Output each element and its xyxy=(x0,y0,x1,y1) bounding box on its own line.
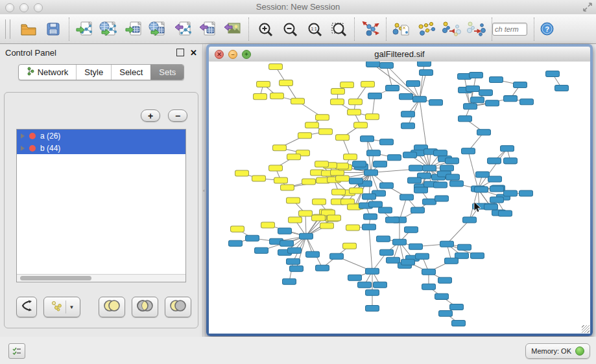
splitter-grip-icon[interactable]: ‹ xyxy=(203,188,205,194)
graph-node-blue[interactable] xyxy=(466,86,480,92)
graph-node-blue[interactable] xyxy=(519,190,533,196)
zoom-fit-selected-button[interactable] xyxy=(329,19,348,40)
fullscreen-arrows-icon[interactable] xyxy=(583,3,592,12)
graph-node-blue[interactable] xyxy=(401,259,415,265)
save-session-button[interactable] xyxy=(43,19,63,40)
graph-node-yellow[interactable] xyxy=(299,210,313,216)
graph-node-yellow[interactable] xyxy=(332,189,346,195)
graph-node-blue[interactable] xyxy=(278,228,292,234)
graph-node-blue[interactable] xyxy=(364,214,377,220)
graph-node-yellow[interactable] xyxy=(287,198,300,203)
graph-node-blue[interactable] xyxy=(350,178,363,184)
network-frame-titlebar[interactable]: ✕ – + galFiltered.sif xyxy=(209,47,590,62)
graph-node-yellow[interactable] xyxy=(344,154,357,160)
graph-node-blue[interactable] xyxy=(366,62,380,67)
graph-node-blue[interactable] xyxy=(414,187,428,193)
graph-node-blue[interactable] xyxy=(446,174,460,180)
graph-node-blue[interactable] xyxy=(477,130,491,135)
graph-node-blue[interactable] xyxy=(459,116,472,122)
graph-node-yellow[interactable] xyxy=(319,129,333,135)
graph-node-blue[interactable] xyxy=(422,284,436,290)
graph-node-blue[interactable] xyxy=(445,258,459,264)
graph-node-blue[interactable] xyxy=(363,224,376,230)
toolbar-drag-handle[interactable] xyxy=(5,19,10,39)
graph-node-blue[interactable] xyxy=(388,155,401,161)
graph-node-blue[interactable] xyxy=(440,165,454,171)
search-input[interactable]: ch term xyxy=(492,23,527,36)
graph-node-yellow[interactable] xyxy=(291,98,305,104)
graph-node-blue[interactable] xyxy=(380,183,394,188)
graph-node-blue[interactable] xyxy=(486,100,499,106)
graph-node-yellow[interactable] xyxy=(336,176,350,181)
hide-selected-button[interactable] xyxy=(442,19,461,40)
import-table-file-button[interactable] xyxy=(125,19,144,40)
graph-node-blue[interactable] xyxy=(330,253,344,259)
graph-node-blue[interactable] xyxy=(440,241,454,247)
graph-node-blue[interactable] xyxy=(287,258,300,264)
new-network-from-selection-button[interactable] xyxy=(392,19,412,40)
graph-node-yellow[interactable] xyxy=(313,199,326,205)
graph-node-yellow[interactable] xyxy=(348,109,361,115)
graph-node-blue[interactable] xyxy=(471,97,484,103)
help-button[interactable]: ? xyxy=(537,19,556,40)
sets-horizontal-scrollbar[interactable] xyxy=(17,274,185,282)
tab-sets[interactable]: Sets xyxy=(150,65,184,80)
graph-node-blue[interactable] xyxy=(420,70,433,76)
graph-node-blue[interactable] xyxy=(458,244,471,250)
graph-node-yellow[interactable] xyxy=(305,122,319,128)
task-history-button[interactable] xyxy=(8,343,25,359)
graph-node-blue[interactable] xyxy=(229,240,243,246)
graph-node-blue[interactable] xyxy=(379,207,392,213)
graph-node-blue[interactable] xyxy=(361,136,374,142)
graph-node-yellow[interactable] xyxy=(340,82,354,88)
sets-list[interactable]: a (26) b (44) xyxy=(16,129,186,282)
graph-node-blue[interactable] xyxy=(380,249,394,255)
graph-node-blue[interactable] xyxy=(280,240,294,246)
graph-node-blue[interactable] xyxy=(435,196,449,201)
graph-node-blue[interactable] xyxy=(366,305,379,311)
graph-node-yellow[interactable] xyxy=(298,133,312,139)
graph-node-blue[interactable] xyxy=(380,139,394,145)
graph-node-yellow[interactable] xyxy=(320,223,334,229)
graph-node-blue[interactable] xyxy=(471,253,484,258)
graph-node-blue[interactable] xyxy=(464,104,477,109)
memory-status-badge[interactable]: Memory: OK xyxy=(525,343,590,359)
tab-network[interactable]: Network xyxy=(19,65,77,80)
graph-node-blue[interactable] xyxy=(484,204,498,210)
graph-node-blue[interactable] xyxy=(367,150,381,156)
graph-node-blue[interactable] xyxy=(501,146,514,152)
graph-node-blue[interactable] xyxy=(429,100,443,106)
graph-node-yellow[interactable] xyxy=(302,179,316,185)
graph-node-blue[interactable] xyxy=(462,148,475,154)
graph-node-yellow[interactable] xyxy=(366,114,379,120)
graph-node-blue[interactable] xyxy=(546,71,560,77)
graph-node-yellow[interactable] xyxy=(274,177,288,183)
set-list-item[interactable]: a (26) xyxy=(17,130,185,142)
graph-node-blue[interactable] xyxy=(434,150,447,156)
graph-node-blue[interactable] xyxy=(504,190,518,196)
graph-node-yellow[interactable] xyxy=(231,226,244,232)
graph-node-yellow[interactable] xyxy=(349,99,363,105)
graph-node-blue[interactable] xyxy=(403,152,417,158)
graph-node-blue[interactable] xyxy=(452,320,466,326)
graph-node-yellow[interactable] xyxy=(254,94,267,100)
graph-node-blue[interactable] xyxy=(422,269,436,275)
graph-node-blue[interactable] xyxy=(504,96,518,102)
graph-node-blue[interactable] xyxy=(366,268,379,274)
graph-node-blue[interactable] xyxy=(470,73,483,78)
graph-node-blue[interactable] xyxy=(479,90,493,96)
graph-node-yellow[interactable] xyxy=(269,64,283,70)
split-set-button[interactable] xyxy=(16,297,37,317)
graph-node-yellow[interactable] xyxy=(257,82,270,87)
graph-node-blue[interactable] xyxy=(490,186,504,192)
export-network-button[interactable] xyxy=(174,19,193,40)
graph-node-yellow[interactable] xyxy=(235,170,249,176)
expander-icon[interactable] xyxy=(21,146,25,151)
import-network-url-button[interactable] xyxy=(100,19,119,40)
graph-node-blue[interactable] xyxy=(386,217,399,223)
tab-style[interactable]: Style xyxy=(76,65,111,80)
graph-node-yellow[interactable] xyxy=(346,225,360,231)
tab-select[interactable]: Select xyxy=(111,65,150,80)
graph-node-blue[interactable] xyxy=(358,282,372,288)
frame-close-icon[interactable]: ✕ xyxy=(215,50,224,59)
